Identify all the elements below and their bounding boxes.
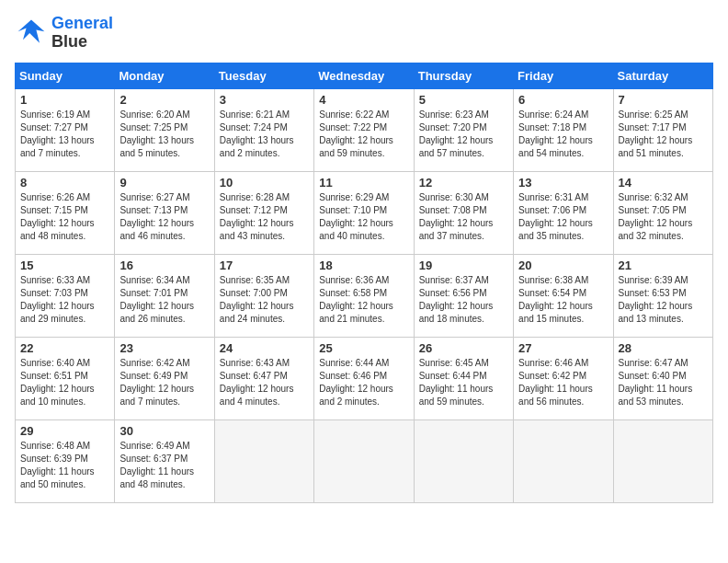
- day-number: 13: [518, 176, 608, 190]
- day-info: Sunrise: 6:30 AM Sunset: 7:08 PM Dayligh…: [419, 191, 508, 243]
- day-info: Sunrise: 6:43 AM Sunset: 6:47 PM Dayligh…: [220, 357, 309, 408]
- calendar-cell: 4Sunrise: 6:22 AM Sunset: 7:22 PM Daylig…: [314, 88, 414, 171]
- day-number: 18: [319, 259, 408, 272]
- day-info: Sunrise: 6:45 AM Sunset: 6:44 PM Dayligh…: [419, 357, 508, 408]
- day-info: Sunrise: 6:48 AM Sunset: 6:39 PM Dayligh…: [20, 440, 109, 491]
- day-number: 16: [119, 259, 209, 272]
- day-info: Sunrise: 6:49 AM Sunset: 6:37 PM Dayligh…: [119, 440, 209, 491]
- calendar-cell: 26Sunrise: 6:45 AM Sunset: 6:44 PM Dayli…: [414, 337, 513, 419]
- day-number: 29: [20, 424, 109, 438]
- day-number: 23: [119, 341, 209, 355]
- calendar-cell: 13Sunrise: 6:31 AM Sunset: 7:06 PM Dayli…: [514, 171, 613, 254]
- day-info: Sunrise: 6:24 AM Sunset: 7:18 PM Dayligh…: [518, 109, 608, 160]
- day-info: Sunrise: 6:26 AM Sunset: 7:15 PM Dayligh…: [20, 191, 109, 243]
- day-info: Sunrise: 6:29 AM Sunset: 7:10 PM Dayligh…: [319, 191, 408, 243]
- day-info: Sunrise: 6:47 AM Sunset: 6:40 PM Dayligh…: [619, 357, 708, 408]
- calendar-cell: 27Sunrise: 6:46 AM Sunset: 6:42 PM Dayli…: [514, 337, 613, 419]
- day-info: Sunrise: 6:40 AM Sunset: 6:51 PM Dayligh…: [20, 357, 109, 408]
- svg-marker-0: [18, 19, 45, 42]
- week-row-4: 22Sunrise: 6:40 AM Sunset: 6:51 PM Dayli…: [16, 337, 713, 419]
- calendar-cell: 6Sunrise: 6:24 AM Sunset: 7:18 PM Daylig…: [514, 88, 613, 171]
- day-number: 27: [518, 341, 608, 355]
- weekday-header-wednesday: Wednesday: [314, 63, 414, 88]
- day-info: Sunrise: 6:44 AM Sunset: 6:46 PM Dayligh…: [319, 357, 408, 408]
- calendar-cell: 21Sunrise: 6:39 AM Sunset: 6:53 PM Dayli…: [613, 254, 712, 337]
- calendar-cell: 17Sunrise: 6:35 AM Sunset: 7:00 PM Dayli…: [214, 254, 313, 337]
- day-number: 12: [419, 176, 508, 190]
- day-number: 19: [419, 259, 508, 272]
- calendar-cell: 24Sunrise: 6:43 AM Sunset: 6:47 PM Dayli…: [214, 337, 313, 419]
- calendar-cell: 7Sunrise: 6:25 AM Sunset: 7:17 PM Daylig…: [613, 88, 712, 171]
- day-info: Sunrise: 6:36 AM Sunset: 6:58 PM Dayligh…: [319, 274, 408, 326]
- day-number: 9: [119, 176, 209, 190]
- calendar-cell: 30Sunrise: 6:49 AM Sunset: 6:37 PM Dayli…: [115, 419, 214, 502]
- day-info: Sunrise: 6:35 AM Sunset: 7:00 PM Dayligh…: [220, 274, 309, 326]
- logo-icon: [15, 17, 48, 50]
- day-number: 15: [20, 259, 109, 272]
- calendar-cell: [414, 419, 513, 502]
- calendar-cell: 3Sunrise: 6:21 AM Sunset: 7:24 PM Daylig…: [214, 88, 313, 171]
- calendar-cell: 11Sunrise: 6:29 AM Sunset: 7:10 PM Dayli…: [314, 171, 414, 254]
- weekday-header-thursday: Thursday: [414, 63, 513, 88]
- day-info: Sunrise: 6:19 AM Sunset: 7:27 PM Dayligh…: [20, 109, 109, 160]
- weekday-header-friday: Friday: [514, 63, 613, 88]
- calendar-cell: 8Sunrise: 6:26 AM Sunset: 7:15 PM Daylig…: [16, 171, 115, 254]
- week-row-2: 8Sunrise: 6:26 AM Sunset: 7:15 PM Daylig…: [16, 171, 713, 254]
- day-info: Sunrise: 6:38 AM Sunset: 6:54 PM Dayligh…: [518, 274, 608, 326]
- day-info: Sunrise: 6:39 AM Sunset: 6:53 PM Dayligh…: [619, 274, 708, 326]
- day-info: Sunrise: 6:33 AM Sunset: 7:03 PM Dayligh…: [20, 274, 109, 326]
- day-number: 26: [419, 341, 508, 355]
- calendar-table: SundayMondayTuesdayWednesdayThursdayFrid…: [15, 63, 713, 503]
- calendar-cell: 12Sunrise: 6:30 AM Sunset: 7:08 PM Dayli…: [414, 171, 513, 254]
- day-number: 14: [619, 176, 708, 190]
- calendar-cell: 22Sunrise: 6:40 AM Sunset: 6:51 PM Dayli…: [16, 337, 115, 419]
- calendar-cell: 9Sunrise: 6:27 AM Sunset: 7:13 PM Daylig…: [115, 171, 214, 254]
- day-number: 7: [619, 93, 708, 107]
- day-number: 10: [220, 176, 309, 190]
- calendar-cell: 15Sunrise: 6:33 AM Sunset: 7:03 PM Dayli…: [16, 254, 115, 337]
- calendar-cell: 28Sunrise: 6:47 AM Sunset: 6:40 PM Dayli…: [613, 337, 712, 419]
- calendar-cell: [214, 419, 313, 502]
- day-info: Sunrise: 6:23 AM Sunset: 7:20 PM Dayligh…: [419, 109, 508, 160]
- calendar-cell: 2Sunrise: 6:20 AM Sunset: 7:25 PM Daylig…: [115, 88, 214, 171]
- day-number: 6: [518, 93, 608, 107]
- weekday-header-row: SundayMondayTuesdayWednesdayThursdayFrid…: [16, 63, 713, 88]
- day-info: Sunrise: 6:27 AM Sunset: 7:13 PM Dayligh…: [119, 191, 209, 243]
- weekday-header-saturday: Saturday: [613, 63, 712, 88]
- logo: General Blue: [15, 15, 113, 52]
- day-info: Sunrise: 6:34 AM Sunset: 7:01 PM Dayligh…: [119, 274, 209, 326]
- day-info: Sunrise: 6:32 AM Sunset: 7:05 PM Dayligh…: [619, 191, 708, 243]
- day-number: 28: [619, 341, 708, 355]
- day-info: Sunrise: 6:20 AM Sunset: 7:25 PM Dayligh…: [119, 109, 209, 160]
- day-number: 11: [319, 176, 408, 190]
- calendar-cell: 1Sunrise: 6:19 AM Sunset: 7:27 PM Daylig…: [16, 88, 115, 171]
- day-number: 5: [419, 93, 508, 107]
- day-info: Sunrise: 6:22 AM Sunset: 7:22 PM Dayligh…: [319, 109, 408, 160]
- day-number: 20: [518, 259, 608, 272]
- calendar-cell: [514, 419, 613, 502]
- day-info: Sunrise: 6:37 AM Sunset: 6:56 PM Dayligh…: [419, 274, 508, 326]
- weekday-header-tuesday: Tuesday: [214, 63, 313, 88]
- day-number: 3: [220, 93, 309, 107]
- day-number: 21: [619, 259, 708, 272]
- calendar-cell: 23Sunrise: 6:42 AM Sunset: 6:49 PM Dayli…: [115, 337, 214, 419]
- calendar-cell: 18Sunrise: 6:36 AM Sunset: 6:58 PM Dayli…: [314, 254, 414, 337]
- day-number: 24: [220, 341, 309, 355]
- day-info: Sunrise: 6:42 AM Sunset: 6:49 PM Dayligh…: [119, 357, 209, 408]
- calendar-cell: [613, 419, 712, 502]
- day-number: 22: [20, 341, 109, 355]
- day-number: 4: [319, 93, 408, 107]
- day-info: Sunrise: 6:21 AM Sunset: 7:24 PM Dayligh…: [220, 109, 309, 160]
- calendar-cell: 16Sunrise: 6:34 AM Sunset: 7:01 PM Dayli…: [115, 254, 214, 337]
- calendar-cell: 29Sunrise: 6:48 AM Sunset: 6:39 PM Dayli…: [16, 419, 115, 502]
- logo-text: General Blue: [51, 15, 113, 52]
- day-info: Sunrise: 6:31 AM Sunset: 7:06 PM Dayligh…: [518, 191, 608, 243]
- day-number: 2: [119, 93, 209, 107]
- calendar-cell: 19Sunrise: 6:37 AM Sunset: 6:56 PM Dayli…: [414, 254, 513, 337]
- week-row-1: 1Sunrise: 6:19 AM Sunset: 7:27 PM Daylig…: [16, 88, 713, 171]
- week-row-5: 29Sunrise: 6:48 AM Sunset: 6:39 PM Dayli…: [16, 419, 713, 502]
- day-info: Sunrise: 6:28 AM Sunset: 7:12 PM Dayligh…: [220, 191, 309, 243]
- day-info: Sunrise: 6:25 AM Sunset: 7:17 PM Dayligh…: [619, 109, 708, 160]
- day-info: Sunrise: 6:46 AM Sunset: 6:42 PM Dayligh…: [518, 357, 608, 408]
- calendar-cell: [314, 419, 414, 502]
